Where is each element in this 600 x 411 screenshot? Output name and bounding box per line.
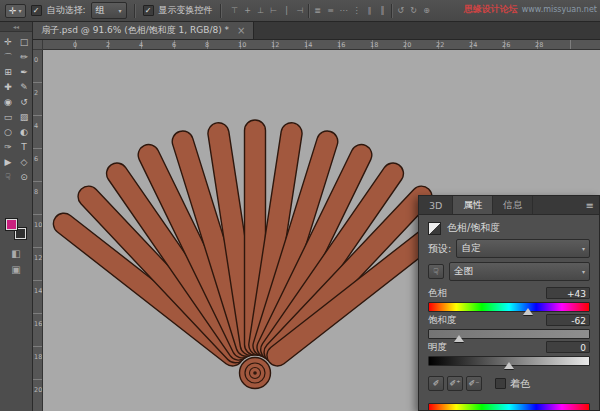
slider-thumb[interactable] (454, 335, 464, 342)
colorize-checkbox[interactable] (495, 378, 506, 389)
chevron-down-icon: ▾ (582, 268, 585, 275)
separator (134, 4, 136, 18)
slider-track-saturation[interactable] (428, 329, 590, 339)
tab-3d[interactable]: 3D (419, 196, 453, 214)
eyedropper-sample-icon[interactable]: ✐ (428, 376, 444, 391)
pan-3d-icon[interactable]: ⊕ (421, 4, 433, 18)
preset-row: 预设: 自定 ▾ (428, 239, 590, 258)
slider-track-lightness[interactable] (428, 356, 590, 366)
type-tool[interactable]: T (17, 140, 31, 154)
tab-properties[interactable]: 属性 (453, 196, 493, 214)
slider-thumb[interactable] (504, 362, 514, 369)
align-right-edges-icon[interactable]: ⊣ (294, 4, 306, 18)
slider-label: 饱和度 (428, 314, 457, 327)
distribute-vertical-centers-icon[interactable]: ≡ (325, 4, 337, 18)
history-brush-tool[interactable]: ↺ (17, 95, 31, 109)
quick-mask-mode-icon[interactable]: ◧ (11, 248, 20, 259)
collapse-toolbar-icon[interactable]: ◂◂ (0, 22, 32, 32)
slider-track-hue[interactable] (428, 302, 590, 312)
distribute-right-edges-icon[interactable]: ‖ (377, 4, 389, 18)
pen-tool[interactable]: ✑ (1, 140, 15, 154)
channel-dropdown[interactable]: 全图 ▾ (449, 262, 590, 281)
eyedropper-tool[interactable]: ✒ (17, 65, 31, 79)
ruler-number: 22 (436, 40, 444, 50)
slider-group-lightness: 明度0 (428, 341, 590, 366)
foreground-color-swatch[interactable] (5, 218, 18, 231)
properties-panel: 3D 属性 信息 ≡ 色相/饱和度 预设: 自定 ▾ ☟ 全图 ▾ (418, 195, 600, 411)
panel-tab-bar: 3D 属性 信息 ≡ (419, 196, 599, 215)
align-bottom-edges-icon[interactable]: ⊥ (255, 4, 267, 18)
roll-3d-icon[interactable]: ↻ (408, 4, 420, 18)
screen-mode-icon[interactable]: ▣ (11, 264, 20, 275)
auto-select-checkbox[interactable] (31, 5, 42, 16)
panel-menu-icon[interactable]: ≡ (586, 196, 594, 214)
align-top-edges-icon[interactable]: ⊤ (229, 4, 241, 18)
vertical-ruler[interactable]: 02468101214161820 (33, 50, 43, 411)
adjustment-title-row: 色相/饱和度 (428, 221, 590, 235)
ruler-number: 12 (34, 254, 42, 262)
slider-head: 明度0 (428, 341, 590, 353)
ruler-number: 4 (34, 122, 38, 130)
auto-select-label: 自动选择: (47, 4, 86, 17)
distribute-bottom-edges-icon[interactable]: ⋯ (338, 4, 350, 18)
custom-shape-tool[interactable]: ◇ (17, 155, 31, 169)
tab-info[interactable]: 信息 (493, 196, 533, 214)
brush-tool[interactable]: ✎ (17, 80, 31, 94)
slider-thumb[interactable] (523, 308, 533, 315)
dodge-tool[interactable]: ◐ (17, 125, 31, 139)
targeted-adjustment-icon[interactable]: ☟ (428, 264, 444, 279)
ruler-number: 10 (238, 40, 246, 50)
ruler-number: 16 (337, 40, 345, 50)
align-vertical-centers-icon[interactable]: + (242, 4, 254, 18)
separator (308, 4, 310, 18)
distribute-horizontal-centers-icon[interactable]: ∥ (364, 4, 376, 18)
slider-head: 饱和度-62 (428, 314, 590, 326)
document-tab[interactable]: 扇子.psd @ 91.6% (色相/饱和度 1, RGB/8) * × (33, 22, 254, 39)
chevron-down-icon: ▾ (582, 245, 585, 252)
rectangular-marquee-tool[interactable]: □ (17, 35, 31, 49)
quick-selection-tool[interactable]: ✏ (17, 50, 31, 64)
preset-label: 预设: (428, 242, 451, 256)
icon-group: ↺↻⊕ (395, 4, 433, 18)
ruler-number: 0 (34, 56, 38, 64)
ruler-number: 26 (502, 40, 510, 50)
align-left-edges-icon[interactable]: ⊢ (268, 4, 280, 18)
crop-tool[interactable]: ⊞ (1, 65, 15, 79)
icon-group: ⊤+⊥⊢|⊣ (229, 4, 306, 18)
move-tool[interactable]: ✛ (1, 35, 15, 49)
color-swatches (5, 218, 27, 240)
slider-value-field[interactable]: +43 (546, 287, 590, 299)
ruler-number: 2 (34, 89, 38, 97)
ruler-number: 4 (139, 40, 143, 50)
distribute-top-edges-icon[interactable]: ≣ (312, 4, 324, 18)
hue-saturation-adjustment-icon (428, 222, 441, 235)
horizontal-ruler[interactable]: 0246810121416182022242628 (43, 40, 600, 50)
hand-tool[interactable]: ☟ (1, 170, 15, 184)
ruler-number: 12 (271, 40, 279, 50)
path-selection-tool[interactable]: ▶ (1, 155, 15, 169)
gradient-tool[interactable]: ▨ (17, 110, 31, 124)
spot-healing-brush-tool[interactable]: ✚ (1, 80, 15, 94)
distribute-left-edges-icon[interactable]: ⋮ (351, 4, 363, 18)
slider-value-field[interactable]: 0 (546, 341, 590, 353)
eyedropper-subtract-icon[interactable]: ✐⁻ (466, 376, 482, 391)
slider-head: 色相+43 (428, 287, 590, 299)
eyedropper-add-icon[interactable]: ✐⁺ (447, 376, 463, 391)
eraser-tool[interactable]: ▭ (1, 110, 15, 124)
align-horizontal-centers-icon[interactable]: | (281, 4, 293, 18)
blur-tool[interactable]: ○ (1, 125, 15, 139)
auto-select-mode-dropdown[interactable]: 组 ▾ (91, 2, 127, 19)
current-tool-button[interactable]: ✛ ▾ (5, 4, 26, 18)
slider-value-field[interactable]: -62 (546, 314, 590, 326)
zoom-tool[interactable]: ⊙ (17, 170, 31, 184)
show-transform-checkbox[interactable] (143, 5, 154, 16)
close-icon[interactable]: × (237, 25, 245, 36)
slider-label: 色相 (428, 287, 447, 300)
rotate-3d-icon[interactable]: ↺ (395, 4, 407, 18)
ruler-number: 18 (370, 40, 378, 50)
ruler-number: 2 (106, 40, 110, 50)
clone-stamp-tool[interactable]: ◉ (1, 95, 15, 109)
document-tab-title: 扇子.psd @ 91.6% (色相/饱和度 1, RGB/8) * (41, 24, 229, 37)
lasso-tool[interactable]: ⌒ (1, 50, 15, 64)
preset-dropdown[interactable]: 自定 ▾ (456, 239, 590, 258)
